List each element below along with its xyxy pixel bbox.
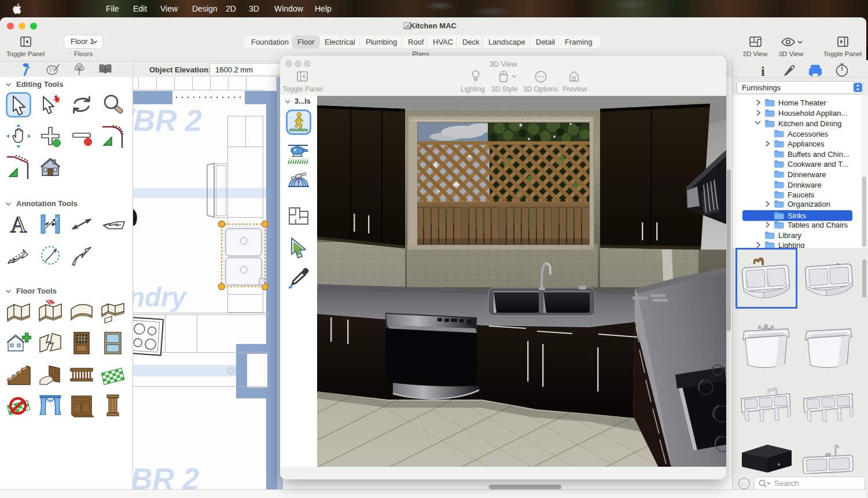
svg-text:Sinks: Sinks <box>788 211 806 220</box>
svg-text:i: i <box>761 64 765 79</box>
svg-text:Dinnerware: Dinnerware <box>788 170 826 179</box>
svg-text:Appliances: Appliances <box>788 140 825 148</box>
svg-text:Library: Library <box>778 231 801 240</box>
svg-text:Kitchen and Dining: Kitchen and Dining <box>778 119 841 128</box>
svg-text:Home Theater: Home Theater <box>778 98 827 107</box>
svg-text:ndry: ndry <box>133 282 187 312</box>
svg-text:Accessories: Accessories <box>788 130 829 138</box>
svg-text:Drinkware: Drinkware <box>788 181 822 189</box>
svg-text:/BR 2: /BR 2 <box>133 104 202 137</box>
svg-text:Buffets and Chin...: Buffets and Chin... <box>788 150 849 159</box>
svg-text:Household Applian...: Household Applian... <box>778 109 847 118</box>
svg-text:Faucets: Faucets <box>788 191 815 199</box>
svg-text:Tables and Chairs: Tables and Chairs <box>788 221 848 229</box>
svg-text:Furnishings: Furnishings <box>742 83 781 92</box>
svg-text:Organization: Organization <box>788 200 830 208</box>
svg-text:Cookware and T...: Cookware and T... <box>788 160 848 169</box>
svg-text:A: A <box>10 211 27 237</box>
svg-text:BR 2: BR 2 <box>133 462 200 489</box>
